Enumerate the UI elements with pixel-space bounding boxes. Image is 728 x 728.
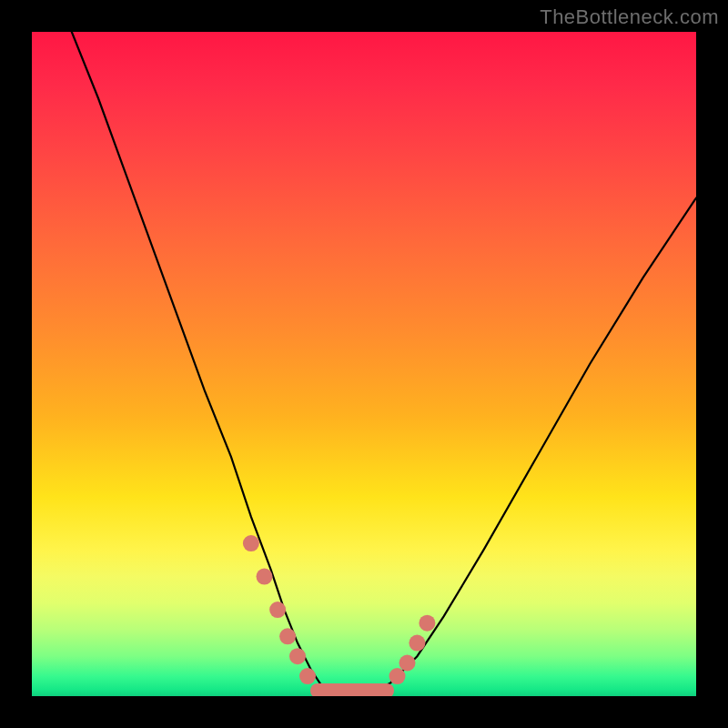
svg-point-1: [257, 569, 273, 585]
highlight-bottom: [310, 683, 394, 696]
highlight-right: [389, 615, 436, 684]
svg-point-0: [243, 535, 259, 551]
svg-point-4: [289, 648, 306, 664]
svg-point-9: [409, 635, 425, 652]
svg-point-5: [299, 668, 316, 684]
svg-point-2: [269, 602, 286, 618]
highlight-left: [243, 535, 316, 684]
svg-point-3: [279, 628, 296, 644]
bottleneck-curve: [32, 32, 696, 696]
svg-point-8: [399, 655, 416, 672]
curve-path: [72, 32, 696, 696]
svg-rect-6: [310, 683, 394, 696]
svg-point-10: [419, 615, 435, 632]
chart-frame: TheBottleneck.com: [0, 0, 728, 728]
plot-area: [32, 32, 696, 696]
svg-point-7: [389, 668, 406, 684]
watermark-text: TheBottleneck.com: [540, 5, 719, 29]
